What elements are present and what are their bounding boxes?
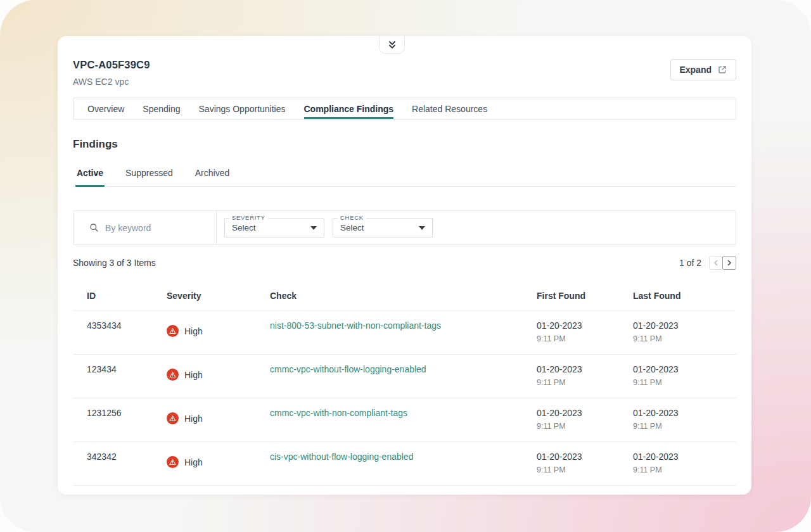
- finding-id: 123434: [73, 355, 167, 398]
- check-select[interactable]: CHECK Select: [333, 218, 433, 238]
- resource-tab-bar: Overview Spending Savings Opportunities …: [73, 98, 736, 120]
- tab-compliance-findings[interactable]: Compliance Findings: [304, 98, 394, 119]
- severity-select[interactable]: SEVERITY Select: [224, 218, 324, 238]
- results-summary-row: Showing 3 of 3 Items 1 of 2: [73, 256, 736, 270]
- first-found-cell: 01-20-2023 9:11 PM: [537, 355, 633, 398]
- keyword-search: [73, 211, 217, 244]
- tab-related-resources[interactable]: Related Resources: [412, 98, 487, 119]
- table-row: 342342 High cis-vpc-without-flow-logging…: [73, 442, 736, 486]
- first-found-cell: 01-20-2023 9:11 PM: [537, 398, 633, 442]
- pagination: 1 of 2: [679, 256, 736, 270]
- findings-heading: Findings: [73, 138, 736, 151]
- column-header-last-found: Last Found: [633, 283, 736, 311]
- severity-cell: High: [167, 398, 270, 442]
- items-count: Showing 3 of 3 Items: [73, 258, 156, 268]
- chevron-right-icon: [725, 259, 733, 267]
- filter-bar: SEVERITY Select CHECK Select: [73, 210, 736, 245]
- last-found-time: 9:11 PM: [633, 466, 736, 474]
- search-icon: [89, 223, 99, 232]
- first-found-time: 9:11 PM: [537, 378, 633, 387]
- column-header-first-found: First Found: [537, 283, 633, 311]
- first-found-date: 01-20-2023: [537, 452, 633, 462]
- subtab-active[interactable]: Active: [75, 168, 105, 186]
- first-found-cell: 01-20-2023 9:11 PM: [537, 311, 633, 355]
- check-link[interactable]: cmmc-vpc-without-flow-logging-enabled: [270, 364, 426, 374]
- last-found-date: 01-20-2023: [633, 452, 736, 462]
- severity-cell: High: [167, 442, 270, 486]
- severity-label: High: [184, 414, 203, 424]
- table-row: 4353434 High nist-800-53-subnet-with-non…: [73, 311, 736, 355]
- high-severity-icon: [167, 325, 179, 337]
- severity-select-value: Select: [232, 223, 256, 232]
- severity-label: High: [184, 370, 203, 380]
- last-found-date: 01-20-2023: [633, 320, 736, 331]
- column-header-severity: Severity: [167, 283, 270, 311]
- check-select-value: Select: [340, 223, 364, 232]
- tab-savings-opportunities[interactable]: Savings Opportunities: [199, 98, 286, 119]
- finding-id: 342342: [73, 442, 167, 486]
- pagination-label: 1 of 2: [679, 258, 701, 268]
- first-found-date: 01-20-2023: [537, 320, 633, 331]
- check-select-label: CHECK: [338, 214, 366, 221]
- subtab-archived[interactable]: Archived: [194, 168, 231, 186]
- high-severity-icon: [167, 412, 179, 424]
- last-found-date: 01-20-2023: [633, 364, 736, 374]
- last-found-cell: 01-20-2023 9:11 PM: [633, 398, 736, 442]
- collapse-panel-button[interactable]: [379, 36, 405, 54]
- findings-subtab-bar: Active Suppressed Archived: [73, 168, 736, 187]
- check-link[interactable]: cmmc-vpc-with-non-compliant-tags: [270, 408, 407, 418]
- check-link[interactable]: cis-vpc-without-flow-logging-enabled: [270, 452, 413, 462]
- resource-subtitle: AWS EC2 vpc: [73, 77, 150, 87]
- first-found-time: 9:11 PM: [537, 466, 633, 474]
- chevrons-down-icon: [387, 40, 397, 50]
- first-found-cell: 01-20-2023 9:11 PM: [537, 442, 633, 486]
- column-header-id: ID: [73, 283, 167, 311]
- check-link[interactable]: nist-800-53-subnet-with-non-compliant-ta…: [270, 320, 441, 331]
- next-page-button[interactable]: [722, 256, 736, 270]
- severity-select-label: SEVERITY: [229, 214, 268, 221]
- caret-down-icon: [310, 226, 317, 230]
- last-found-time: 9:11 PM: [633, 378, 736, 387]
- title-block: VPC-A05F39C9 AWS EC2 vpc: [73, 59, 150, 87]
- high-severity-icon: [167, 456, 179, 468]
- caret-down-icon: [419, 226, 425, 230]
- severity-label: High: [184, 326, 203, 336]
- chevron-left-icon: [712, 259, 720, 267]
- resource-detail-panel: VPC-A05F39C9 AWS EC2 vpc Expand Overview…: [58, 36, 751, 495]
- filter-selects: SEVERITY Select CHECK Select: [224, 218, 433, 238]
- search-input[interactable]: [105, 223, 207, 233]
- first-found-time: 9:11 PM: [537, 422, 633, 431]
- findings-table: ID Severity Check First Found Last Found…: [73, 283, 736, 486]
- first-found-date: 01-20-2023: [537, 364, 633, 374]
- table-row: 123434 High cmmc-vpc-without-flow-loggin…: [73, 355, 736, 398]
- tab-overview[interactable]: Overview: [87, 98, 124, 119]
- prev-page-button[interactable]: [709, 256, 723, 270]
- high-severity-icon: [167, 369, 179, 381]
- severity-cell: High: [167, 355, 270, 398]
- severity-cell: High: [167, 311, 270, 355]
- last-found-cell: 01-20-2023 9:11 PM: [633, 311, 736, 355]
- last-found-date: 01-20-2023: [633, 408, 736, 418]
- page-title: VPC-A05F39C9: [73, 59, 150, 71]
- first-found-time: 9:11 PM: [537, 334, 633, 343]
- table-row: 1231256 High cmmc-vpc-with-non-compliant…: [73, 398, 736, 442]
- last-found-cell: 01-20-2023 9:11 PM: [633, 442, 736, 486]
- severity-label: High: [184, 457, 203, 467]
- last-found-cell: 01-20-2023 9:11 PM: [633, 355, 736, 398]
- first-found-date: 01-20-2023: [537, 408, 633, 418]
- finding-id: 1231256: [73, 398, 167, 442]
- last-found-time: 9:11 PM: [633, 334, 736, 343]
- external-link-icon: [717, 65, 727, 75]
- tab-spending[interactable]: Spending: [143, 98, 180, 119]
- last-found-time: 9:11 PM: [633, 422, 736, 431]
- finding-id: 4353434: [73, 311, 167, 355]
- expand-button-label: Expand: [679, 65, 712, 75]
- table-header-row: ID Severity Check First Found Last Found: [73, 283, 736, 311]
- column-header-check: Check: [270, 283, 537, 311]
- expand-button[interactable]: Expand: [670, 59, 736, 80]
- subtab-suppressed[interactable]: Suppressed: [124, 168, 174, 186]
